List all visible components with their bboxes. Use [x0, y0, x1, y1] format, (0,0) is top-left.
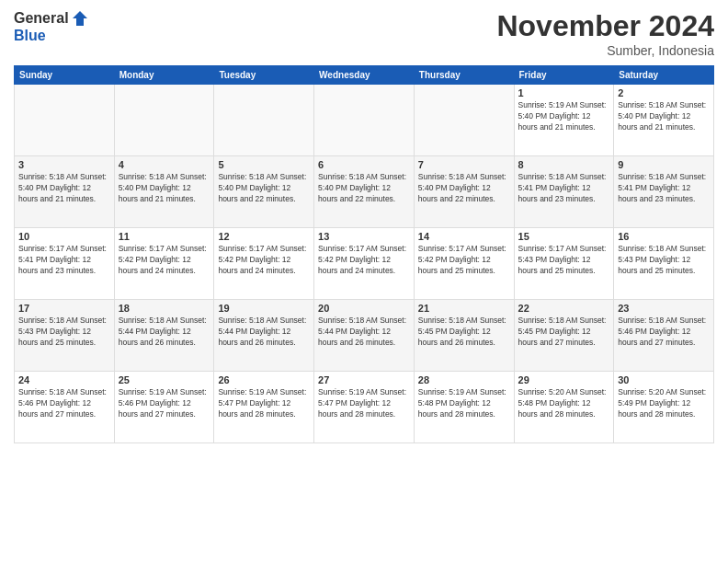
- logo: General Blue: [14, 9, 89, 44]
- day-number-4: 4: [119, 159, 210, 170]
- day-number-20: 20: [318, 303, 410, 314]
- day-info-12: Sunrise: 5:17 AM Sunset: 5:42 PM Dayligh…: [218, 244, 310, 277]
- day-info-25: Sunrise: 5:19 AM Sunset: 5:46 PM Dayligh…: [119, 387, 210, 420]
- calendar-cell-1-2: 5Sunrise: 5:18 AM Sunset: 5:40 PM Daylig…: [214, 156, 314, 228]
- calendar-cell-1-1: 4Sunrise: 5:18 AM Sunset: 5:40 PM Daylig…: [114, 156, 214, 228]
- day-number-25: 25: [119, 374, 210, 385]
- day-number-28: 28: [418, 374, 510, 385]
- calendar-cell-0-5: 1Sunrise: 5:19 AM Sunset: 5:40 PM Daylig…: [514, 85, 614, 156]
- day-number-11: 11: [119, 231, 210, 242]
- day-info-14: Sunrise: 5:17 AM Sunset: 5:42 PM Dayligh…: [418, 244, 510, 277]
- header-sunday: Sunday: [15, 66, 115, 85]
- day-number-6: 6: [318, 159, 410, 170]
- calendar-cell-3-5: 22Sunrise: 5:18 AM Sunset: 5:45 PM Dayli…: [514, 300, 614, 372]
- day-info-16: Sunrise: 5:18 AM Sunset: 5:43 PM Dayligh…: [618, 244, 710, 277]
- day-info-22: Sunrise: 5:18 AM Sunset: 5:45 PM Dayligh…: [518, 316, 610, 349]
- day-number-13: 13: [318, 231, 410, 242]
- day-info-30: Sunrise: 5:20 AM Sunset: 5:49 PM Dayligh…: [618, 387, 710, 420]
- day-number-30: 30: [618, 374, 710, 385]
- day-info-27: Sunrise: 5:19 AM Sunset: 5:47 PM Dayligh…: [318, 387, 410, 420]
- calendar-cell-3-0: 17Sunrise: 5:18 AM Sunset: 5:43 PM Dayli…: [15, 300, 115, 372]
- day-info-21: Sunrise: 5:18 AM Sunset: 5:45 PM Dayligh…: [418, 316, 510, 349]
- calendar-cell-4-6: 30Sunrise: 5:20 AM Sunset: 5:49 PM Dayli…: [614, 372, 714, 443]
- location: Sumber, Indonesia: [496, 43, 714, 58]
- logo-general-text: General: [14, 10, 69, 27]
- day-number-8: 8: [518, 159, 610, 170]
- day-number-21: 21: [418, 303, 510, 314]
- calendar-cell-3-1: 18Sunrise: 5:18 AM Sunset: 5:44 PM Dayli…: [114, 300, 214, 372]
- day-number-16: 16: [618, 231, 710, 242]
- calendar-cell-0-1: [114, 85, 214, 156]
- day-info-7: Sunrise: 5:18 AM Sunset: 5:40 PM Dayligh…: [418, 172, 510, 205]
- day-info-17: Sunrise: 5:18 AM Sunset: 5:43 PM Dayligh…: [18, 316, 110, 349]
- day-info-11: Sunrise: 5:17 AM Sunset: 5:42 PM Dayligh…: [119, 244, 210, 277]
- day-info-26: Sunrise: 5:19 AM Sunset: 5:47 PM Dayligh…: [218, 387, 310, 420]
- day-info-28: Sunrise: 5:19 AM Sunset: 5:48 PM Dayligh…: [418, 387, 510, 420]
- calendar-cell-2-2: 12Sunrise: 5:17 AM Sunset: 5:42 PM Dayli…: [214, 228, 314, 300]
- day-number-29: 29: [518, 374, 610, 385]
- week-row-1: 3Sunrise: 5:18 AM Sunset: 5:40 PM Daylig…: [15, 156, 714, 228]
- day-number-1: 1: [518, 87, 610, 98]
- calendar-cell-2-5: 15Sunrise: 5:17 AM Sunset: 5:43 PM Dayli…: [514, 228, 614, 300]
- day-info-13: Sunrise: 5:17 AM Sunset: 5:42 PM Dayligh…: [318, 244, 410, 277]
- calendar-cell-1-5: 8Sunrise: 5:18 AM Sunset: 5:41 PM Daylig…: [514, 156, 614, 228]
- logo-text: General: [14, 9, 89, 28]
- header-wednesday: Wednesday: [314, 66, 415, 85]
- day-info-10: Sunrise: 5:17 AM Sunset: 5:41 PM Dayligh…: [18, 244, 110, 277]
- header-monday: Monday: [114, 66, 214, 85]
- calendar-cell-2-1: 11Sunrise: 5:17 AM Sunset: 5:42 PM Dayli…: [114, 228, 214, 300]
- calendar-cell-4-3: 27Sunrise: 5:19 AM Sunset: 5:47 PM Dayli…: [314, 372, 415, 443]
- calendar-cell-1-3: 6Sunrise: 5:18 AM Sunset: 5:40 PM Daylig…: [314, 156, 415, 228]
- day-number-2: 2: [618, 87, 710, 98]
- calendar-cell-3-3: 20Sunrise: 5:18 AM Sunset: 5:44 PM Dayli…: [314, 300, 415, 372]
- calendar-cell-1-0: 3Sunrise: 5:18 AM Sunset: 5:40 PM Daylig…: [15, 156, 115, 228]
- day-number-9: 9: [618, 159, 710, 170]
- calendar-cell-1-6: 9Sunrise: 5:18 AM Sunset: 5:41 PM Daylig…: [614, 156, 714, 228]
- day-info-2: Sunrise: 5:18 AM Sunset: 5:40 PM Dayligh…: [618, 100, 710, 133]
- day-number-17: 17: [18, 303, 110, 314]
- day-info-8: Sunrise: 5:18 AM Sunset: 5:41 PM Dayligh…: [518, 172, 610, 205]
- day-number-26: 26: [218, 374, 310, 385]
- day-info-9: Sunrise: 5:18 AM Sunset: 5:41 PM Dayligh…: [618, 172, 710, 205]
- calendar-table: Sunday Monday Tuesday Wednesday Thursday…: [14, 65, 714, 443]
- header: General Blue November 2024 Sumber, Indon…: [14, 9, 714, 58]
- day-number-23: 23: [618, 303, 710, 314]
- page: General Blue November 2024 Sumber, Indon…: [0, 0, 728, 563]
- header-thursday: Thursday: [414, 66, 514, 85]
- header-saturday: Saturday: [614, 66, 714, 85]
- day-number-3: 3: [18, 159, 110, 170]
- header-friday: Friday: [514, 66, 614, 85]
- day-info-19: Sunrise: 5:18 AM Sunset: 5:44 PM Dayligh…: [218, 316, 310, 349]
- week-row-4: 24Sunrise: 5:18 AM Sunset: 5:46 PM Dayli…: [15, 372, 714, 443]
- day-number-15: 15: [518, 231, 610, 242]
- calendar-cell-4-5: 29Sunrise: 5:20 AM Sunset: 5:48 PM Dayli…: [514, 372, 614, 443]
- day-number-10: 10: [18, 231, 110, 242]
- calendar-cell-3-2: 19Sunrise: 5:18 AM Sunset: 5:44 PM Dayli…: [214, 300, 314, 372]
- week-row-0: 1Sunrise: 5:19 AM Sunset: 5:40 PM Daylig…: [15, 85, 714, 156]
- day-number-27: 27: [318, 374, 410, 385]
- day-number-24: 24: [18, 374, 110, 385]
- week-row-2: 10Sunrise: 5:17 AM Sunset: 5:41 PM Dayli…: [15, 228, 714, 300]
- calendar-cell-3-4: 21Sunrise: 5:18 AM Sunset: 5:45 PM Dayli…: [414, 300, 514, 372]
- day-info-20: Sunrise: 5:18 AM Sunset: 5:44 PM Dayligh…: [318, 316, 410, 349]
- day-info-3: Sunrise: 5:18 AM Sunset: 5:40 PM Dayligh…: [18, 172, 110, 205]
- day-info-6: Sunrise: 5:18 AM Sunset: 5:40 PM Dayligh…: [318, 172, 410, 205]
- day-info-4: Sunrise: 5:18 AM Sunset: 5:40 PM Dayligh…: [119, 172, 210, 205]
- calendar-cell-2-0: 10Sunrise: 5:17 AM Sunset: 5:41 PM Dayli…: [15, 228, 115, 300]
- day-info-18: Sunrise: 5:18 AM Sunset: 5:44 PM Dayligh…: [119, 316, 210, 349]
- logo-blue-text: Blue: [14, 28, 46, 44]
- day-number-19: 19: [218, 303, 310, 314]
- day-number-7: 7: [418, 159, 510, 170]
- calendar-cell-0-6: 2Sunrise: 5:18 AM Sunset: 5:40 PM Daylig…: [614, 85, 714, 156]
- day-info-23: Sunrise: 5:18 AM Sunset: 5:46 PM Dayligh…: [618, 316, 710, 349]
- title-block: November 2024 Sumber, Indonesia: [496, 9, 714, 58]
- calendar-cell-0-0: [15, 85, 115, 156]
- weekday-header-row: Sunday Monday Tuesday Wednesday Thursday…: [15, 66, 714, 85]
- calendar-cell-4-4: 28Sunrise: 5:19 AM Sunset: 5:48 PM Dayli…: [414, 372, 514, 443]
- day-info-24: Sunrise: 5:18 AM Sunset: 5:46 PM Dayligh…: [18, 387, 110, 420]
- day-info-1: Sunrise: 5:19 AM Sunset: 5:40 PM Dayligh…: [518, 100, 610, 133]
- day-info-5: Sunrise: 5:18 AM Sunset: 5:40 PM Dayligh…: [218, 172, 310, 205]
- calendar-cell-0-4: [414, 85, 514, 156]
- logo-icon: [71, 9, 89, 28]
- month-title: November 2024: [496, 9, 714, 43]
